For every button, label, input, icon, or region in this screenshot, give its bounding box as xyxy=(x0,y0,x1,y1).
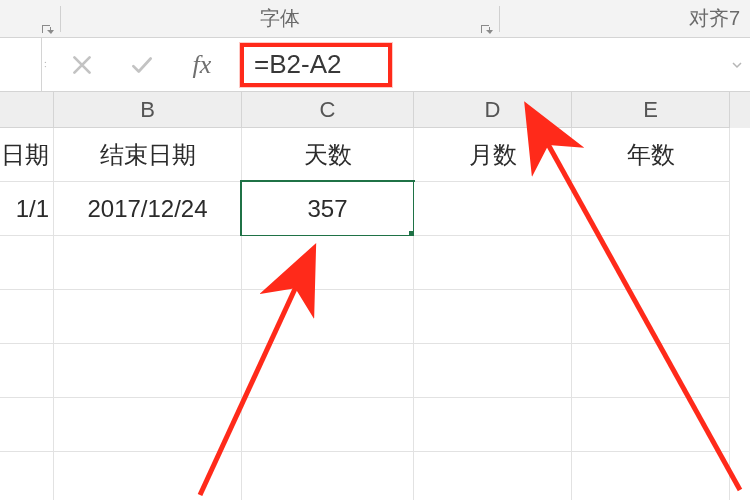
cell[interactable] xyxy=(242,236,414,290)
cell[interactable] xyxy=(414,452,572,500)
dialog-launcher-icon[interactable] xyxy=(479,19,493,33)
cell-E1[interactable]: 年数 xyxy=(572,128,730,182)
cell[interactable] xyxy=(572,236,730,290)
cell[interactable] xyxy=(572,398,730,452)
table-row xyxy=(0,398,750,452)
cell-C2-active[interactable]: 357 xyxy=(242,182,414,236)
cell[interactable] xyxy=(572,344,730,398)
enter-button[interactable] xyxy=(112,38,172,91)
insert-function-button[interactable]: fx xyxy=(172,50,232,80)
cell[interactable] xyxy=(414,344,572,398)
ribbon-group-alignment: 对齐7 xyxy=(500,0,750,37)
cell-C2-value: 357 xyxy=(307,195,347,223)
cell[interactable] xyxy=(242,290,414,344)
formula-input-wrap xyxy=(232,38,728,91)
cell-D1[interactable]: 月数 xyxy=(414,128,572,182)
cell[interactable] xyxy=(242,344,414,398)
cell[interactable] xyxy=(414,398,572,452)
cell-B1[interactable]: 结束日期 xyxy=(54,128,242,182)
table-row: 日期 结束日期 天数 月数 年数 xyxy=(0,128,750,182)
cell[interactable] xyxy=(54,452,242,500)
cell[interactable] xyxy=(0,236,54,290)
ribbon-group-alignment-label: 对齐7 xyxy=(689,5,740,32)
cell-C1[interactable]: 天数 xyxy=(242,128,414,182)
name-box-dropdown-icon[interactable] xyxy=(42,38,52,92)
cell[interactable] xyxy=(572,452,730,500)
ribbon-group-font: 字体 xyxy=(61,0,499,37)
cell-D2[interactable] xyxy=(414,182,572,236)
cell-E2[interactable] xyxy=(572,182,730,236)
formula-buttons: fx xyxy=(42,38,232,91)
cell-A2-partial[interactable]: 1/1 xyxy=(0,182,54,236)
cell[interactable] xyxy=(54,290,242,344)
table-row xyxy=(0,344,750,398)
dialog-launcher-icon[interactable] xyxy=(40,19,54,33)
rows: 日期 结束日期 天数 月数 年数 1/1 2017/12/24 357 xyxy=(0,128,750,500)
table-row: 1/1 2017/12/24 357 xyxy=(0,182,750,236)
worksheet-grid: B C D E 日期 结束日期 天数 月数 年数 1/1 2017/12/24 … xyxy=(0,92,750,500)
cell[interactable] xyxy=(0,452,54,500)
cell[interactable] xyxy=(0,398,54,452)
cell[interactable] xyxy=(54,398,242,452)
cell[interactable] xyxy=(414,236,572,290)
cell[interactable] xyxy=(414,290,572,344)
cell[interactable] xyxy=(0,344,54,398)
cell[interactable] xyxy=(54,344,242,398)
cancel-button[interactable] xyxy=(52,38,112,91)
cell[interactable] xyxy=(54,236,242,290)
column-headers-row: B C D E xyxy=(0,92,750,128)
cell-B2[interactable]: 2017/12/24 xyxy=(54,182,242,236)
ribbon-group-clipboard-stub xyxy=(0,0,60,37)
table-row xyxy=(0,236,750,290)
ribbon-group-font-label: 字体 xyxy=(260,5,300,32)
name-box[interactable] xyxy=(0,38,42,91)
svg-point-0 xyxy=(44,62,45,63)
column-header-D[interactable]: D xyxy=(414,92,572,128)
table-row xyxy=(0,452,750,500)
column-header-C[interactable]: C xyxy=(242,92,414,128)
table-row xyxy=(0,290,750,344)
cell[interactable] xyxy=(242,452,414,500)
column-header-E[interactable]: E xyxy=(572,92,730,128)
formula-bar-expand-icon[interactable] xyxy=(728,38,746,91)
column-header-B[interactable]: B xyxy=(54,92,242,128)
formula-input[interactable] xyxy=(232,49,728,80)
select-all-corner[interactable] xyxy=(0,92,54,128)
cell[interactable] xyxy=(242,398,414,452)
ribbon-group-labels: 字体 对齐7 xyxy=(0,0,750,38)
cell-A1-partial[interactable]: 日期 xyxy=(0,128,54,182)
cell[interactable] xyxy=(572,290,730,344)
cell[interactable] xyxy=(0,290,54,344)
formula-bar: fx xyxy=(0,38,750,92)
svg-point-1 xyxy=(44,66,45,67)
